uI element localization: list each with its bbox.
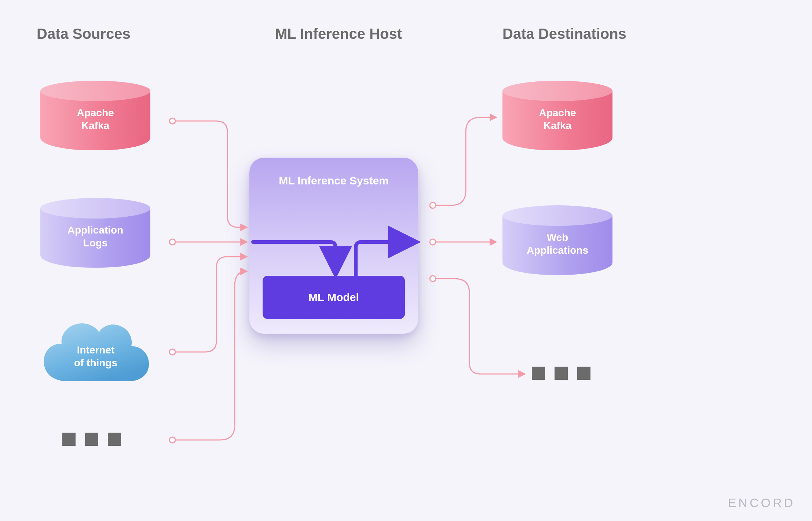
dest-kafka-label: Apache Kafka [502, 106, 612, 132]
ml-model-box: ML Model [263, 276, 405, 319]
svg-point-0 [169, 118, 175, 124]
source-applogs-label: Application Logs [40, 224, 150, 249]
source-iot-label: Internet of things [74, 344, 117, 369]
svg-point-4 [430, 202, 436, 208]
ml-model-label: ML Model [308, 291, 359, 304]
svg-point-3 [169, 437, 175, 443]
heading-sources: Data Sources [37, 26, 131, 42]
destinations-ellipsis-icon [532, 367, 590, 380]
heading-host: ML Inference Host [275, 26, 402, 42]
source-iot-cloud: Internet of things [39, 312, 153, 389]
svg-point-6 [430, 276, 436, 282]
dest-kafka-cylinder: Apache Kafka [502, 81, 612, 150]
dest-webapps-cylinder: Web Applications [502, 205, 612, 275]
heading-destinations: Data Destinations [502, 26, 626, 42]
svg-point-2 [169, 349, 175, 355]
dest-webapps-label: Web Applications [502, 231, 612, 257]
svg-point-1 [169, 239, 175, 245]
svg-point-5 [430, 239, 436, 245]
ml-inference-host-card: ML Inference System ML Model [249, 158, 418, 334]
source-kafka-label: Apache Kafka [40, 106, 150, 132]
source-kafka-cylinder: Apache Kafka [40, 81, 150, 150]
brand-logo: ENCORD [728, 496, 795, 510]
ml-inference-system-title: ML Inference System [249, 175, 418, 187]
diagram-canvas: Data Sources ML Inference Host Data Dest… [0, 0, 812, 521]
source-applogs-cylinder: Application Logs [40, 198, 150, 268]
sources-ellipsis-icon [62, 433, 121, 446]
